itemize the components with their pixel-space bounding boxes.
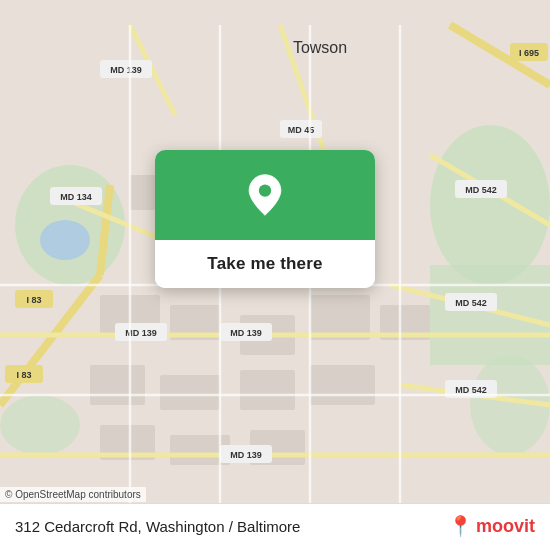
- svg-rect-14: [310, 365, 375, 405]
- svg-text:I 83: I 83: [26, 295, 41, 305]
- address-text: 312 Cedarcroft Rd, Washington / Baltimor…: [15, 518, 300, 535]
- take-me-there-button[interactable]: Take me there: [155, 240, 375, 288]
- svg-text:MD 139: MD 139: [230, 328, 262, 338]
- svg-text:MD 542: MD 542: [455, 385, 487, 395]
- moovit-pin-icon: 📍: [448, 514, 473, 538]
- svg-point-4: [0, 395, 80, 455]
- svg-text:MD 139: MD 139: [230, 450, 262, 460]
- cta-green-area: [155, 150, 375, 240]
- location-pin-icon: [243, 173, 287, 217]
- map-container: I 83 I 83 MD 139 MD 139 MD 139 MD 134 MD…: [0, 0, 550, 550]
- moovit-logo: 📍 moovit: [448, 514, 535, 538]
- svg-text:I 695: I 695: [519, 48, 539, 58]
- cta-card: Take me there: [155, 150, 375, 288]
- moovit-brand-text: moovit: [476, 516, 535, 537]
- svg-rect-11: [90, 365, 145, 405]
- svg-rect-13: [240, 370, 295, 410]
- svg-text:MD 542: MD 542: [465, 185, 497, 195]
- svg-text:MD 542: MD 542: [455, 298, 487, 308]
- svg-text:MD 139: MD 139: [110, 65, 142, 75]
- svg-point-63: [40, 220, 90, 260]
- svg-text:Towson: Towson: [293, 39, 347, 56]
- svg-text:I 83: I 83: [16, 370, 31, 380]
- bottom-bar: 312 Cedarcroft Rd, Washington / Baltimor…: [0, 503, 550, 550]
- svg-point-2: [430, 125, 550, 285]
- osm-attribution: © OpenStreetMap contributors: [0, 487, 146, 502]
- svg-text:MD 134: MD 134: [60, 192, 92, 202]
- svg-rect-3: [430, 265, 550, 365]
- svg-point-64: [259, 184, 271, 196]
- svg-rect-12: [160, 375, 220, 410]
